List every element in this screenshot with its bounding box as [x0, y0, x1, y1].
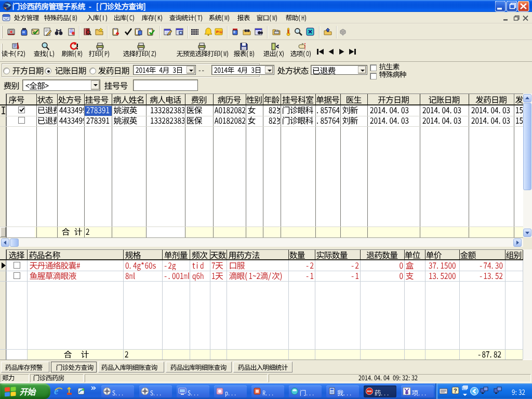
svg-text:?: ? — [454, 388, 457, 394]
svg-text:P.U: P.U — [216, 30, 223, 34]
svg-text:e: e — [54, 387, 59, 395]
